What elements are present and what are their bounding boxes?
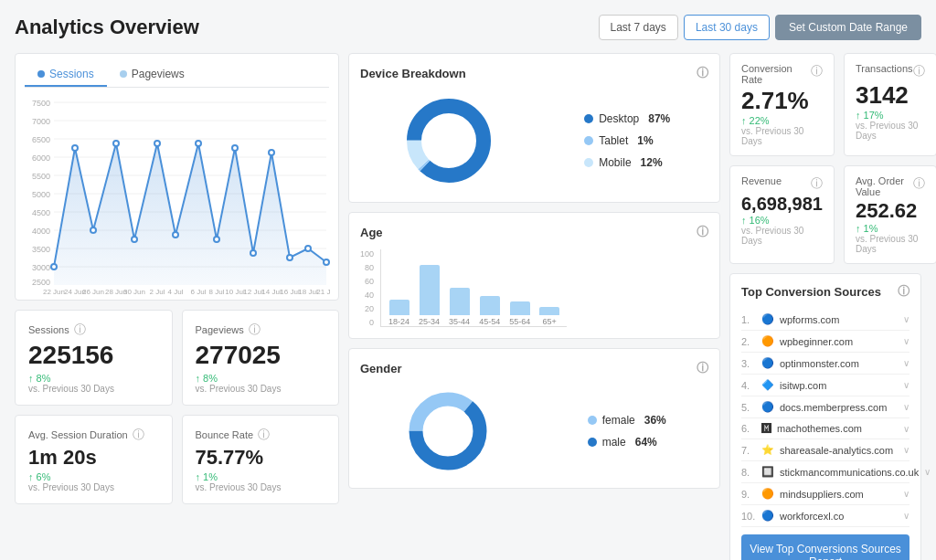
transactions-info-icon[interactable]: ⓘ — [913, 63, 925, 79]
last-7-days-button[interactable]: Last 7 days — [599, 15, 678, 40]
source-chevron-9[interactable]: ∨ — [903, 489, 909, 499]
source-item-5: 5. 🔵 docs.memberpress.com ∨ — [741, 396, 909, 418]
source-icon-2: 🟠 — [761, 335, 774, 347]
gender-title: Gender ⓘ — [360, 360, 708, 376]
age-y-axis: 100806040200 — [360, 249, 377, 327]
age-bar-25-bar — [420, 265, 440, 315]
svg-text:14 Jul: 14 Jul — [261, 288, 282, 294]
stats-bottom: Sessions ⓘ 225156 ↑ 8% vs. Previous 30 D… — [15, 310, 339, 504]
svg-text:12 Jul: 12 Jul — [243, 288, 263, 294]
age-bar-55: 55-64 — [509, 301, 530, 326]
sessions-info-icon[interactable]: ⓘ — [74, 322, 86, 338]
source-chevron-5[interactable]: ∨ — [903, 402, 909, 412]
transactions-card: Transactions ⓘ 3142 ↑ 17% vs. Previous 3… — [844, 53, 936, 156]
source-icon-1: 🔵 — [761, 313, 774, 325]
source-chevron-2[interactable]: ∨ — [903, 336, 909, 346]
source-num-1: 1. — [741, 314, 756, 325]
device-breakdown-title: Device Breakdown ⓘ — [360, 65, 708, 81]
transactions-value: 3142 — [856, 81, 925, 110]
revenue-info-icon[interactable]: ⓘ — [811, 175, 823, 192]
source-chevron-6[interactable]: ∨ — [903, 424, 909, 434]
age-bar-65: 65+ — [539, 307, 559, 326]
source-chevron-4[interactable]: ∨ — [903, 380, 909, 390]
revenue-sub: vs. Previous 30 Days — [741, 226, 823, 246]
header: Analytics Overview Last 7 days Last 30 d… — [15, 15, 921, 40]
source-name-3: optinmonster.com — [780, 358, 898, 369]
age-info-icon[interactable]: ⓘ — [697, 224, 708, 240]
avg-order-sub: vs. Previous 30 Days — [856, 234, 925, 254]
svg-text:4 Jul: 4 Jul — [168, 288, 184, 294]
source-chevron-1[interactable]: ∨ — [903, 314, 909, 324]
bounce-rate-info-icon[interactable]: ⓘ — [258, 427, 270, 443]
source-name-10: workforcexl.co — [780, 511, 898, 522]
transactions-change: ↑ 17% — [856, 110, 925, 121]
last-30-days-button[interactable]: Last 30 days — [684, 15, 770, 40]
sessions-change: ↑ 8% — [28, 373, 159, 384]
avg-session-info-icon[interactable]: ⓘ — [133, 427, 144, 443]
sessions-tab-label: Sessions — [49, 68, 94, 80]
svg-point-57 — [427, 410, 469, 452]
svg-text:6500: 6500 — [32, 135, 50, 144]
age-label-55: 55-64 — [509, 317, 530, 326]
source-item-2: 2. 🟠 wpbeginner.com ∨ — [741, 331, 909, 353]
source-chevron-3[interactable]: ∨ — [903, 358, 909, 368]
view-report-button[interactable]: View Top Conversions Sources Report — [741, 534, 909, 560]
avg-order-info-icon[interactable]: ⓘ — [913, 175, 925, 197]
pageviews-tab-label: Pageviews — [132, 68, 185, 80]
bounce-rate-sub: vs. Previous 30 Days — [196, 482, 326, 492]
conversion-sources-info-icon[interactable]: ⓘ — [898, 283, 909, 300]
source-list: 1. 🔵 wpforms.com ∨ 2. 🟠 wpbeginner.com ∨… — [741, 309, 909, 527]
source-num-3: 3. — [741, 358, 756, 369]
age-bar-55-bar — [510, 301, 530, 315]
avg-session-label: Avg. Session Duration ⓘ — [28, 427, 159, 443]
svg-point-30 — [232, 145, 238, 151]
female-pct: 36% — [644, 409, 666, 431]
tab-sessions[interactable]: Sessions — [25, 63, 107, 87]
male-dot — [588, 438, 597, 447]
transactions-label: Transactions ⓘ — [856, 63, 925, 79]
source-item-1: 1. 🔵 wpforms.com ∨ — [741, 309, 909, 331]
device-info-icon[interactable]: ⓘ — [697, 65, 708, 81]
gender-legend: female 36% male 64% — [588, 409, 666, 453]
source-num-5: 5. — [741, 402, 756, 413]
svg-point-28 — [196, 141, 201, 146]
svg-text:3500: 3500 — [32, 245, 50, 254]
source-item-7: 7. ⭐ shareasale-analytics.com ∨ — [741, 439, 909, 461]
svg-text:30 Jun: 30 Jun — [123, 288, 145, 294]
gender-info-icon[interactable]: ⓘ — [697, 360, 708, 376]
source-name-9: mindsuppliers.com — [780, 489, 898, 500]
revenue-value: 6,698,981 — [741, 194, 823, 215]
source-chevron-10[interactable]: ∨ — [903, 511, 909, 521]
svg-text:6000: 6000 — [32, 153, 50, 163]
conversion-rate-change: ↑ 22% — [741, 115, 823, 126]
pageviews-info-icon[interactable]: ⓘ — [249, 322, 261, 338]
avg-order-card: Avg. Order Value ⓘ 252.62 ↑ 1% vs. Previ… — [844, 165, 936, 264]
source-icon-8: 🔲 — [761, 466, 774, 478]
svg-text:5000: 5000 — [32, 190, 50, 199]
source-num-2: 2. — [741, 336, 756, 347]
age-bar-18-bar — [389, 300, 410, 315]
svg-text:18 Jul: 18 Jul — [298, 288, 318, 294]
source-chevron-7[interactable]: ∨ — [903, 445, 909, 455]
source-chevron-8[interactable]: ∨ — [924, 467, 931, 477]
age-bars: 18-24 25-34 35-44 45-54 — [380, 249, 567, 327]
female-dot — [588, 416, 597, 425]
desktop-pct: 87% — [648, 108, 670, 130]
svg-text:5500: 5500 — [32, 172, 50, 181]
source-icon-9: 🟠 — [761, 488, 774, 500]
svg-text:3000: 3000 — [32, 263, 50, 272]
metrics-grid: Conversion Rate ⓘ 2.71% ↑ 22% vs. Previo… — [729, 53, 921, 264]
date-controls: Last 7 days Last 30 days Set Custom Date… — [599, 15, 922, 40]
device-legend: Desktop 87% Tablet 1% Mobile 12% — [584, 108, 670, 174]
tab-pageviews[interactable]: Pageviews — [107, 63, 197, 87]
pageviews-value: 277025 — [196, 342, 326, 370]
legend-tablet: Tablet 1% — [584, 130, 670, 152]
male-pct: 64% — [635, 431, 657, 453]
custom-date-button[interactable]: Set Custom Date Range — [775, 15, 921, 40]
source-num-9: 9. — [741, 489, 756, 500]
conversion-info-icon[interactable]: ⓘ — [811, 63, 823, 85]
mobile-pct: 12% — [641, 152, 663, 174]
source-item-8: 8. 🔲 stickmancommunications.co.uk ∨ — [741, 461, 909, 483]
svg-text:10 Jul: 10 Jul — [225, 288, 245, 294]
svg-point-35 — [324, 259, 329, 265]
